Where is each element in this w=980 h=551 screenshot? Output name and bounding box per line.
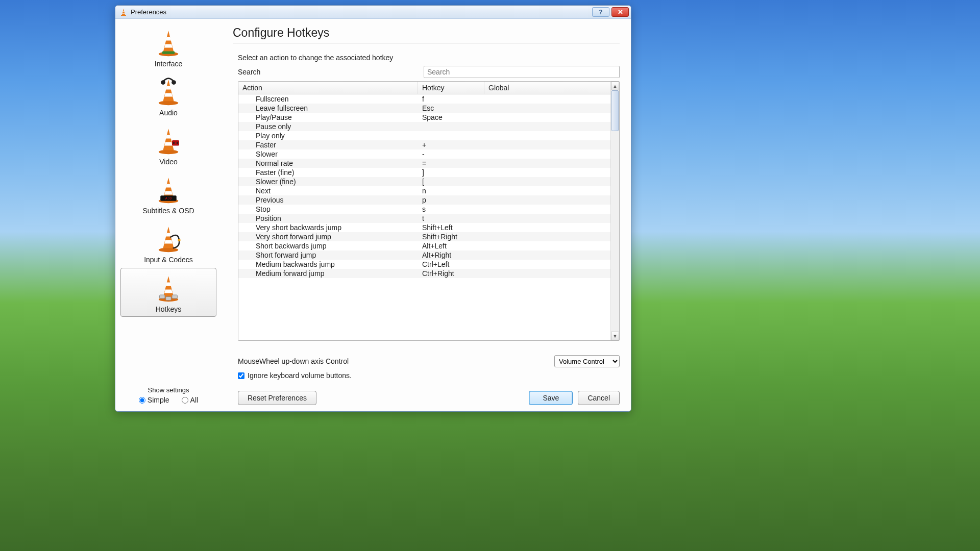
cell-action: Short backwards jump	[238, 241, 418, 251]
svg-rect-38	[172, 295, 178, 298]
svg-point-20	[173, 142, 175, 144]
column-hotkey[interactable]: Hotkey	[418, 82, 484, 94]
search-label: Search	[238, 68, 424, 76]
cone-icon	[152, 124, 185, 157]
table-row[interactable]: Stop s	[238, 205, 610, 214]
table-row[interactable]: Position t	[238, 214, 610, 223]
help-button[interactable]: ?	[592, 7, 609, 17]
vlc-cone-icon	[119, 8, 128, 16]
svg-marker-31	[164, 240, 173, 244]
radio-simple[interactable]: Simple	[139, 396, 169, 404]
save-button[interactable]: Save	[529, 391, 573, 405]
window-title: Preferences	[131, 8, 592, 16]
svg-marker-7	[164, 44, 173, 48]
search-input[interactable]	[424, 66, 620, 78]
svg-point-32	[178, 239, 180, 241]
cone-icon	[152, 26, 185, 59]
cell-action: Medium forward jump	[238, 269, 418, 278]
preferences-window: Preferences ? ✕ Interface Audio Video A	[115, 5, 631, 412]
table-row[interactable]: Fullscreen f	[238, 94, 610, 104]
cell-global	[484, 232, 610, 241]
table-row[interactable]: Previous p	[238, 195, 610, 205]
cell-action: Position	[238, 214, 418, 223]
cell-global	[484, 140, 610, 149]
svg-rect-1	[122, 11, 125, 12]
table-row[interactable]: Short forward jump Alt+Right	[238, 251, 610, 260]
cell-action: Faster (fine)	[238, 168, 418, 177]
svg-marker-11	[166, 86, 172, 90]
cell-action: Faster	[238, 140, 418, 149]
cell-global	[484, 122, 610, 131]
scroll-down-button[interactable]: ▼	[611, 332, 619, 340]
table-row[interactable]: Medium forward jump Ctrl+Right	[238, 269, 610, 278]
table-row[interactable]: Slower (fine) [	[238, 177, 610, 186]
svg-point-13	[161, 80, 165, 85]
svg-marker-5	[163, 31, 174, 52]
column-global[interactable]: Global	[484, 82, 610, 94]
mousewheel-select[interactable]: Volume Control	[554, 355, 620, 367]
cell-hotkey: =	[418, 159, 484, 168]
show-settings: Show settings Simple All	[115, 384, 222, 408]
table-row[interactable]: Play only	[238, 131, 610, 140]
svg-marker-17	[166, 135, 172, 139]
table-row[interactable]: Short backwards jump Alt+Left	[238, 241, 610, 251]
table-row[interactable]: Slower -	[238, 149, 610, 159]
cell-action: Normal rate	[238, 159, 418, 168]
cell-action: Short forward jump	[238, 251, 418, 260]
sidebar-item-subtitles[interactable]: A:0 Subtitles & OSD	[120, 170, 216, 218]
sidebar-item-hotkeys[interactable]: Hotkeys	[120, 268, 216, 317]
svg-rect-2	[122, 13, 125, 14]
cell-global	[484, 94, 610, 104]
reset-button[interactable]: Reset Preferences	[238, 391, 316, 405]
hotkey-table: Action Hotkey Global Fullscreen f Leave …	[238, 81, 620, 341]
svg-marker-30	[166, 233, 172, 237]
titlebar: Preferences ? ✕	[115, 6, 631, 19]
table-row[interactable]: Very short forward jump Shift+Right	[238, 232, 610, 241]
cell-global	[484, 260, 610, 269]
close-button[interactable]: ✕	[611, 7, 629, 17]
column-action[interactable]: Action	[238, 82, 418, 94]
cell-global	[484, 177, 610, 186]
sidebar-item-label: Input & Codecs	[144, 256, 193, 264]
cell-hotkey: [	[418, 177, 484, 186]
sidebar-item-label: Audio	[159, 109, 178, 117]
cell-global	[484, 113, 610, 122]
table-row[interactable]: Faster (fine) ]	[238, 168, 610, 177]
table-row[interactable]: Medium backwards jump Ctrl+Left	[238, 260, 610, 269]
svg-rect-37	[160, 295, 165, 298]
scroll-thumb[interactable]	[611, 90, 619, 131]
table-row[interactable]: Pause only	[238, 122, 610, 131]
scrollbar[interactable]: ▲ ▼	[610, 82, 619, 340]
table-row[interactable]: Next n	[238, 186, 610, 195]
cell-action: Slower	[238, 149, 418, 159]
cell-global	[484, 195, 610, 205]
cell-action: Pause only	[238, 122, 418, 131]
cell-hotkey: Ctrl+Right	[418, 269, 484, 278]
table-row[interactable]: Faster +	[238, 140, 610, 149]
cancel-button[interactable]: Cancel	[578, 391, 620, 405]
cell-global	[484, 168, 610, 177]
cell-global	[484, 186, 610, 195]
cell-global	[484, 223, 610, 232]
cell-hotkey: Alt+Right	[418, 251, 484, 260]
svg-marker-34	[163, 276, 174, 297]
sidebar-item-audio[interactable]: Audio	[120, 72, 216, 120]
sidebar-item-codecs[interactable]: Input & Codecs	[120, 219, 216, 267]
ignore-volume-checkbox[interactable]	[238, 372, 244, 379]
cell-action: Fullscreen	[238, 94, 418, 104]
radio-all[interactable]: All	[182, 396, 199, 404]
sidebar-item-label: Interface	[155, 60, 182, 68]
sidebar-item-interface[interactable]: Interface	[120, 23, 216, 71]
scroll-up-button[interactable]: ▲	[611, 82, 619, 90]
table-row[interactable]: Very short backwards jump Shift+Left	[238, 223, 610, 232]
table-row[interactable]: Leave fullscreen Esc	[238, 104, 610, 113]
table-row[interactable]: Normal rate =	[238, 159, 610, 168]
svg-point-15	[159, 149, 179, 154]
sidebar-item-video[interactable]: Video	[120, 121, 216, 169]
svg-rect-3	[121, 15, 126, 16]
table-row[interactable]: Play/Pause Space	[238, 113, 610, 122]
cell-hotkey: p	[418, 195, 484, 205]
svg-marker-25	[164, 191, 173, 195]
cone-icon	[152, 271, 185, 304]
cell-action: Play only	[238, 131, 418, 140]
